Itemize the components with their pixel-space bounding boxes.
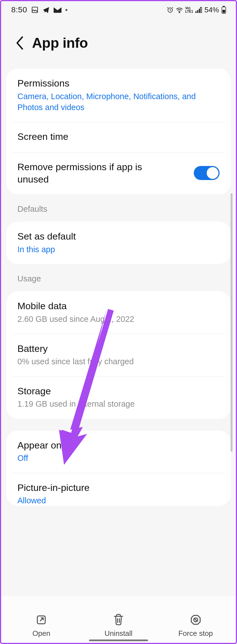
status-right: Vo)LTE1 54%	[167, 6, 227, 14]
row-title: Battery	[17, 342, 220, 355]
toggle-knob	[207, 167, 218, 179]
trash-icon	[113, 613, 124, 626]
row-subtitle: 1.19 GB used in Internal storage	[17, 399, 220, 409]
action-force-stop[interactable]: Force stop	[168, 614, 224, 638]
section-header-defaults: Defaults	[6, 194, 231, 222]
status-time: 8:50	[11, 5, 27, 14]
telegram-icon	[42, 6, 50, 13]
action-open[interactable]: Open	[13, 614, 69, 638]
card-usage: Mobile data 2.60 GB used since Aug 1, 20…	[6, 291, 231, 418]
battery-percent: 54%	[204, 6, 219, 14]
row-subtitle: Allowed	[17, 495, 220, 504]
open-icon	[35, 614, 47, 626]
svg-rect-8	[222, 10, 225, 13]
row-title: Screen time	[17, 130, 220, 143]
scrollbar-thumb[interactable]	[231, 193, 233, 452]
back-button[interactable]	[16, 36, 24, 50]
card-defaults: Set as default In this app	[6, 222, 231, 264]
svg-rect-0	[32, 7, 38, 13]
wifi-icon	[176, 7, 183, 13]
row-set-as-default[interactable]: Set as default In this app	[6, 222, 231, 264]
svg-rect-4	[197, 10, 198, 13]
bottom-action-bar: Open Uninstall Force stop	[0, 595, 237, 644]
row-remove-permissions[interactable]: Remove permissions if app is unused	[6, 152, 231, 194]
row-mobile-data[interactable]: Mobile data 2.60 GB used since Aug 1, 20…	[6, 291, 231, 334]
status-bar: 8:50 Vo)LTE1 54%	[0, 0, 237, 20]
row-battery[interactable]: Battery 0% used since last fully charged	[6, 334, 231, 376]
row-title: Permissions	[17, 77, 220, 90]
status-left: 8:50	[11, 5, 67, 14]
settings-list: Permissions Camera, Location, Microphone…	[0, 69, 237, 506]
more-dot-icon	[65, 9, 67, 11]
card-permissions-group: Permissions Camera, Location, Microphone…	[6, 69, 231, 194]
row-title: Remove permissions if app is unused	[17, 161, 169, 185]
signal-icon	[195, 7, 202, 13]
row-title: Set as default	[17, 230, 220, 243]
toggle-remove-permissions[interactable]	[194, 166, 220, 180]
action-label: Uninstall	[104, 629, 133, 638]
volte-icon: Vo)LTE1	[185, 6, 193, 13]
row-title: Picture-in-picture	[17, 481, 220, 494]
svg-rect-6	[200, 7, 202, 13]
action-label: Open	[33, 629, 51, 638]
row-storage[interactable]: Storage 1.19 GB used in Internal storage	[6, 376, 231, 419]
page-title: App info	[32, 35, 88, 51]
svg-rect-3	[195, 11, 197, 13]
svg-rect-5	[199, 9, 200, 13]
row-title: Appear on top	[17, 439, 220, 452]
row-permissions[interactable]: Permissions Camera, Location, Microphone…	[6, 69, 231, 122]
row-title: Storage	[17, 385, 220, 398]
row-subtitle: Off	[17, 453, 220, 464]
card-display-group: Appear on top Off Picture-in-picture All…	[6, 431, 231, 506]
image-icon	[31, 6, 38, 13]
action-uninstall[interactable]: Uninstall	[90, 613, 147, 638]
stop-icon	[190, 614, 202, 626]
row-picture-in-picture[interactable]: Picture-in-picture Allowed	[6, 473, 231, 506]
page-header: App info	[0, 20, 237, 69]
row-subtitle: Camera, Location, Microphone, Notificati…	[17, 91, 220, 113]
row-appear-on-top[interactable]: Appear on top Off	[6, 431, 231, 473]
alarm-icon	[167, 6, 174, 13]
row-screen-time[interactable]: Screen time	[6, 122, 231, 152]
action-label: Force stop	[178, 629, 213, 638]
section-header-usage: Usage	[6, 264, 231, 291]
svg-point-2	[179, 12, 180, 13]
row-subtitle: 0% used since last fully charged	[17, 356, 220, 367]
battery-icon	[221, 6, 226, 14]
row-subtitle: In this app	[17, 244, 220, 255]
row-title: Mobile data	[17, 300, 220, 313]
row-subtitle: 2.60 GB used since Aug 1, 2022	[17, 314, 220, 325]
mail-icon	[54, 7, 61, 13]
svg-rect-9	[223, 6, 225, 7]
home-indicator[interactable]	[89, 640, 148, 641]
